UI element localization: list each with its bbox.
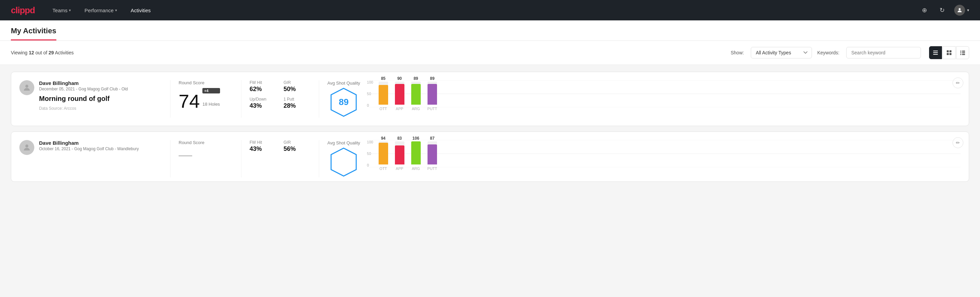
add-button[interactable]: ⊕ — [919, 5, 930, 16]
svg-rect-3 — [933, 54, 938, 55]
svg-rect-1 — [933, 51, 938, 51]
svg-rect-4 — [947, 50, 949, 52]
divider — [170, 80, 170, 118]
user-name: Dave Billingham — [39, 140, 162, 146]
avatar — [954, 5, 965, 16]
bar-inner — [428, 144, 437, 164]
nav-performance-chevron: ▾ — [115, 8, 117, 13]
view-grid-button[interactable] — [943, 46, 956, 59]
svg-rect-13 — [962, 54, 965, 55]
chart-bar-col: 89ARG — [411, 76, 421, 111]
user-date: December 05, 2021 - Gog Magog Golf Club … — [39, 87, 162, 91]
bar-outer — [411, 141, 421, 164]
bar-outer — [395, 81, 404, 105]
user-name: Dave Billingham — [39, 80, 162, 86]
activity-title: Morning round of golf — [39, 95, 162, 103]
chart-bar-col: 106ARG — [411, 136, 421, 171]
svg-point-19 — [25, 144, 29, 147]
bar-inner — [395, 145, 404, 164]
round-score-label: Round Score — [178, 80, 233, 85]
view-list-dense-button[interactable] — [929, 46, 942, 59]
total-count: 29 — [49, 50, 54, 55]
bar-x-label: PUTT — [428, 107, 438, 111]
bar-value: 87 — [430, 136, 434, 141]
bar-inner — [411, 141, 421, 164]
quality-label: Avg Shot Quality — [327, 81, 360, 86]
nav-activities[interactable]: Activities — [129, 1, 152, 20]
view-list-button[interactable] — [956, 46, 969, 59]
bar-outer — [379, 81, 388, 105]
stat-value: 50% — [283, 86, 311, 93]
bar-chart: 100500 85OTT90APP89ARG89PUTT — [368, 80, 961, 118]
stat-label: Up/Down — [250, 97, 277, 102]
score-value: 74 — [178, 92, 200, 111]
avatar — [19, 80, 34, 95]
stat-value: 43% — [250, 102, 277, 109]
svg-rect-10 — [960, 52, 961, 53]
stat-label: GIR — [283, 80, 311, 85]
chart-bar-col: 90APP — [395, 76, 404, 111]
stat-gir: GIR 56% — [283, 140, 311, 153]
bar-outer — [411, 81, 421, 105]
page-header: My Activities — [0, 21, 980, 41]
bar-inner — [395, 84, 404, 105]
avatar-chevron: ▾ — [967, 8, 969, 13]
hexagon: 89 — [328, 87, 359, 118]
user-date: October 16, 2021 - Gog Magog Golf Club -… — [39, 147, 162, 151]
nav-performance-label: Performance — [84, 8, 114, 13]
svg-rect-9 — [962, 51, 965, 52]
stat-gir: GIR 50% — [283, 80, 311, 93]
stat-label: FW Hit — [250, 140, 277, 145]
stat-label: 1 Putt — [283, 97, 311, 102]
bar-value: 83 — [397, 136, 402, 141]
avatar — [19, 140, 34, 155]
nav-teams[interactable]: Teams ▾ — [51, 1, 72, 20]
chart-bar-col: 85OTT — [379, 76, 388, 111]
user-menu[interactable]: ▾ — [954, 5, 969, 16]
nav-performance[interactable]: Performance ▾ — [83, 1, 119, 20]
stat-value: 56% — [283, 145, 311, 153]
stat-value: 43% — [250, 145, 277, 153]
divider — [319, 140, 319, 177]
bar-value: 94 — [381, 136, 385, 141]
card-left: Dave Billingham December 05, 2021 - Gog … — [19, 80, 162, 111]
chart-bar-col: 94OTT — [379, 136, 388, 171]
svg-rect-5 — [950, 50, 951, 52]
bar-inner — [428, 84, 437, 105]
bar-value: 106 — [412, 136, 419, 141]
divider — [170, 140, 170, 177]
chart-bar-col: 83APP — [395, 136, 404, 171]
viewing-count: 12 — [29, 50, 34, 55]
bar-outer — [428, 81, 437, 105]
nav-activities-label: Activities — [131, 8, 151, 13]
activity-type-dropdown[interactable]: All Activity Types — [751, 47, 812, 59]
filter-bar: Viewing 12 out of 29 Activities Show: Al… — [0, 41, 980, 65]
activities-list: ✏ Dave Billingham December 05, 2021 - Go… — [0, 65, 980, 194]
chart-bar-col: 89PUTT — [428, 76, 438, 111]
hex-svg — [328, 147, 359, 177]
stat-fw-hit: FW Hit 62% — [250, 80, 277, 93]
logo[interactable]: clippd — [11, 5, 35, 16]
stats-section: FW Hit 43% GIR 56% — [250, 140, 311, 153]
keywords-label: Keywords: — [817, 50, 839, 55]
nav-actions: ⊕ ↻ ▾ — [919, 5, 969, 16]
divider — [241, 140, 242, 177]
bar-x-label: APP — [396, 107, 403, 111]
score-badge: +4 — [202, 88, 220, 93]
page-title: My Activities — [11, 21, 56, 40]
bar-value: 90 — [397, 76, 402, 81]
bar-inner — [379, 85, 388, 105]
stat-value: 28% — [283, 102, 311, 109]
stat-label: FW Hit — [250, 80, 277, 85]
bar-x-label: PUTT — [428, 166, 438, 171]
stat-updown: Up/Down 43% — [250, 97, 277, 109]
svg-rect-2 — [933, 52, 938, 53]
bar-inner — [411, 84, 421, 105]
chart-bar-col: 87PUTT — [428, 136, 438, 171]
data-source: Data Source: Arccos — [39, 106, 162, 111]
bar-value: 85 — [381, 76, 385, 81]
svg-rect-12 — [960, 54, 961, 55]
refresh-button[interactable]: ↻ — [937, 5, 947, 16]
search-input[interactable] — [846, 47, 921, 59]
svg-point-14 — [25, 85, 29, 88]
